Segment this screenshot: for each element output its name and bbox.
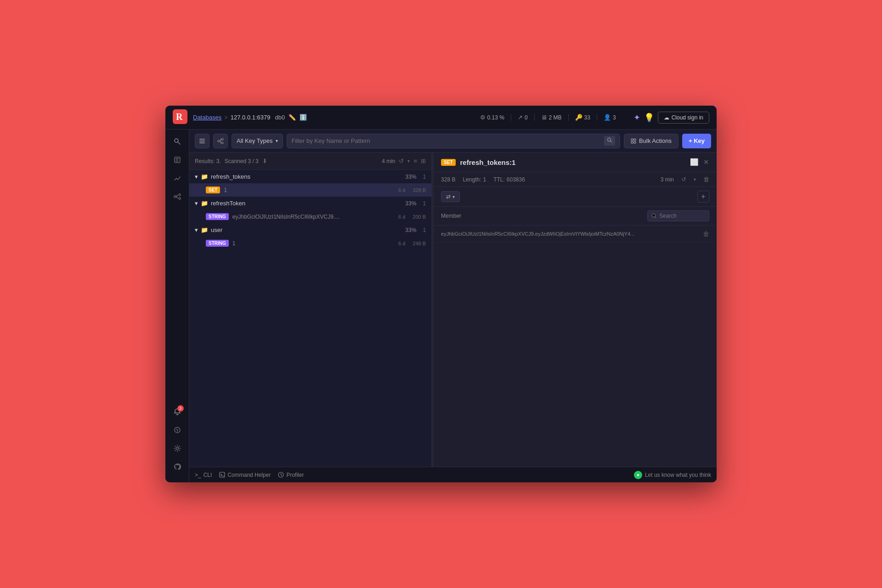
open-full-icon[interactable]: ⬜ (690, 158, 699, 166)
sidebar-item-keys[interactable] (169, 133, 186, 150)
cli-icon: >_ (195, 472, 201, 478)
copy-action-button[interactable]: ⇄ ▾ (441, 191, 460, 202)
svg-point-21 (652, 214, 656, 217)
cli-button[interactable]: >_ CLI (195, 472, 212, 478)
svg-point-5 (179, 194, 181, 196)
detail-key-name: refresh_tokens:1 (460, 158, 685, 166)
folder-icon: 📁 (201, 226, 208, 233)
bulk-actions-button[interactable]: Bulk Actions (624, 134, 678, 148)
cloud-icon: ☁ (664, 114, 669, 121)
svg-rect-18 (634, 139, 636, 141)
sidebar-item-pubsub[interactable] (169, 188, 186, 205)
key-name: 1 (224, 187, 395, 193)
ops-icon: ↗ (518, 114, 523, 121)
close-detail-icon[interactable]: ✕ (703, 158, 709, 166)
detail-refresh-icon[interactable]: ↺ (681, 176, 686, 183)
svg-point-8 (177, 431, 178, 432)
svg-rect-12 (199, 142, 205, 143)
key-row-string-user[interactable]: STRING 1 6 d 248 B (189, 237, 431, 250)
sidebar-bottom: 3 (169, 403, 186, 479)
svg-point-13 (218, 140, 220, 142)
svg-rect-17 (631, 139, 633, 141)
list-view-icon[interactable]: ≡ (413, 158, 417, 164)
detail-refresh-dropdown-icon[interactable]: ▾ (694, 177, 696, 182)
svg-point-9 (176, 447, 178, 450)
key-row-string-jwt[interactable]: STRING eyJhbGciOiJIUzI1NiIsInR5cCI6IkpXV… (189, 210, 431, 223)
databases-link[interactable]: Databases (193, 114, 221, 121)
key-size: 200 B (413, 214, 426, 220)
tips-icon[interactable]: 💡 (644, 113, 654, 123)
key-list-header: Results: 3. Scanned 3 / 3 ⬇ 4 min ↺ ▾ ≡ … (189, 153, 431, 170)
add-key-label: + Key (689, 137, 705, 144)
svg-text:R: R (176, 112, 183, 122)
svg-rect-22 (220, 472, 225, 477)
ttl-value: 603836 (507, 176, 525, 183)
key-list-body: ▾ 📁 refresh_tokens 33% 1 SET 1 6 d 328 B (189, 170, 431, 467)
cpu-stat: ⚙ 0.13 % (474, 114, 511, 121)
folder-icon: 📁 (201, 173, 208, 180)
folder-refresh-token[interactable]: ▾ 📁 refreshToken 33% 1 (189, 197, 431, 210)
grid-view-icon[interactable]: ⊞ (421, 158, 426, 164)
key-size: 248 B (413, 241, 426, 246)
key-time: 6 d (398, 187, 405, 193)
db-name: db0 (275, 114, 285, 121)
connection-name: 127.0.0.1:6379 (231, 114, 271, 121)
bottom-bar: >_ CLI Command Helper Profiler (189, 467, 717, 482)
ttl-label: TTL: (493, 176, 505, 183)
sidebar-item-settings[interactable] (169, 440, 186, 457)
refresh-icon[interactable]: ↺ (399, 158, 404, 164)
export-icon[interactable]: ⬇ (262, 158, 267, 164)
keys-value: 33 (584, 114, 590, 121)
command-helper-button[interactable]: Command Helper (219, 472, 271, 478)
key-type-badge-string: STRING (206, 213, 229, 220)
clients-value: 3 (613, 114, 616, 121)
sidebar-item-github[interactable] (169, 458, 186, 475)
list-header-right: 4 min ↺ ▾ ≡ ⊞ (382, 158, 426, 164)
sidebar-item-analytics[interactable] (169, 170, 186, 187)
folder-pct: 33% (405, 200, 416, 207)
folder-refresh-tokens[interactable]: ▾ 📁 refresh_tokens 33% 1 (189, 170, 431, 183)
add-member-button[interactable]: + (697, 191, 709, 203)
key-search-bar (287, 134, 621, 148)
key-type-filter[interactable]: All Key Types ▾ (232, 134, 283, 148)
delete-member-icon[interactable]: 🗑 (703, 230, 709, 237)
refresh-dropdown-icon[interactable]: ▾ (407, 158, 410, 164)
main-layout: 3 (165, 130, 717, 482)
key-time: 6 d (398, 241, 405, 246)
view-tree-icon[interactable] (213, 134, 228, 148)
ops-value: 0 (525, 114, 528, 121)
edit-connection-icon[interactable]: ✏️ (288, 114, 296, 121)
sidebar-item-notifications[interactable]: 3 (169, 403, 186, 420)
folder-count: 1 (423, 174, 426, 180)
detail-time: 3 min (661, 176, 674, 183)
feedback-button[interactable]: ● Let us know what you think (634, 471, 711, 479)
search-execute-button[interactable] (604, 136, 615, 146)
detail-type-badge: SET (441, 159, 455, 166)
folder-count: 1 (423, 200, 426, 207)
topbar-actions: ✦ 💡 ☁ Cloud sign in (633, 112, 709, 124)
copy-icon: ⇄ (446, 193, 451, 200)
memory-icon: 🖥 (541, 114, 547, 121)
profiler-button[interactable]: Profiler (278, 472, 304, 478)
memory-value: 2 MB (549, 114, 562, 121)
feedback-label: Let us know what you think (645, 472, 711, 478)
member-search-input[interactable] (659, 213, 705, 219)
sidebar-item-help[interactable] (169, 422, 186, 438)
detail-delete-icon[interactable]: 🗑 (703, 176, 709, 183)
logo: R (173, 109, 187, 126)
cloud-sign-in-button[interactable]: ☁ Cloud sign in (658, 112, 709, 124)
command-helper-icon (219, 472, 225, 478)
folder-pct: 33% (405, 227, 416, 233)
folder-icon: 📁 (201, 200, 208, 207)
key-search-input[interactable] (292, 137, 602, 144)
breadcrumb: Databases > 127.0.0.1:6379 db0 ✏️ ℹ️ (193, 114, 307, 121)
key-row-set-1[interactable]: SET 1 6 d 328 B (189, 183, 431, 197)
info-icon[interactable]: ℹ️ (300, 114, 307, 121)
ai-assistant-icon[interactable]: ✦ (633, 113, 640, 123)
folder-user[interactable]: ▾ 📁 user 33% 1 (189, 223, 431, 237)
add-key-button[interactable]: + Key (682, 134, 711, 148)
detail-meta: 328 B Length: 1 TTL: 603836 3 min ↺ ▾ (434, 172, 717, 187)
sidebar-item-editor[interactable] (169, 152, 186, 168)
view-list-icon[interactable] (195, 134, 209, 148)
cpu-icon: ⚙ (480, 114, 486, 121)
